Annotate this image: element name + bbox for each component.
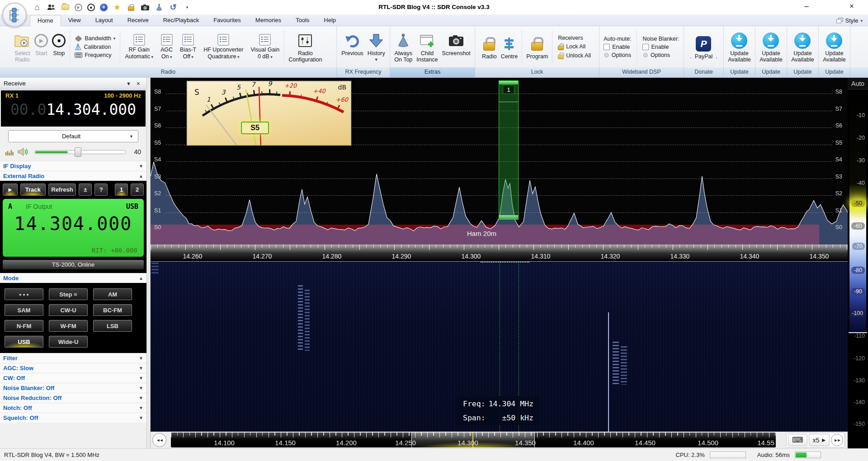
scroll-right-button[interactable]: ►► — [831, 434, 843, 446]
mode-button-[interactable]: • • • — [5, 288, 43, 300]
stop-button[interactable]: ■ Stop — [51, 30, 67, 64]
volume-slider-handle[interactable] — [75, 147, 81, 157]
child-instance-button[interactable]: ChildInstance — [415, 30, 439, 64]
mode-button-am[interactable]: AM — [93, 288, 132, 300]
section-agc[interactable]: AGC: Slow▼ — [0, 363, 146, 373]
frequency-button[interactable]: Frequency — [75, 52, 115, 58]
history-button[interactable]: History▼ — [366, 30, 387, 64]
noise-blanker-options-button[interactable]: ⚙Options — [642, 52, 670, 58]
speaker-icon[interactable] — [18, 147, 29, 156]
section-if-display[interactable]: IF Display▼ — [0, 161, 146, 171]
ribbon-rf-gain-dropdown[interactable]: RF GainAutomatic ▾ — [123, 33, 155, 61]
mode-button-bcfm[interactable]: BC-FM — [93, 304, 132, 316]
ext-radio-button-2[interactable]: Refresh — [48, 183, 76, 196]
section-cw[interactable]: CW: Off▼ — [0, 373, 146, 383]
ribbon-bias-t-dropdown[interactable]: Bias-TOff ▾ — [178, 33, 198, 61]
tab-help[interactable]: Help — [316, 15, 343, 26]
screenshot-button[interactable]: Screenshot — [441, 30, 472, 64]
section-filter[interactable]: Filter▼ — [0, 353, 146, 363]
lock-icon[interactable] — [127, 3, 136, 12]
levels-icon[interactable] — [5, 148, 14, 155]
ribbon-agc-dropdown[interactable]: AGCOn ▾ — [159, 33, 175, 61]
bandwidth-button[interactable]: Bandwidth▾ — [75, 35, 115, 42]
mode-button-sam[interactable]: SAM — [5, 304, 43, 316]
tab-layout[interactable]: Layout — [88, 15, 120, 26]
favourite-star-icon[interactable]: ★ — [113, 3, 122, 12]
auto-range-button[interactable]: Auto — [848, 78, 868, 89]
auto-mute-enable-checkbox[interactable]: Enable — [604, 44, 630, 50]
open-folder-icon[interactable] — [61, 3, 70, 12]
noise-blanker-enable-checkbox[interactable]: Enable — [642, 44, 669, 50]
stop-icon[interactable]: ■ — [87, 4, 95, 11]
auto-mute-options-button[interactable]: ⚙Options — [604, 52, 631, 58]
section-external-radio[interactable]: External Radio▲ — [0, 171, 146, 181]
minimize-button[interactable]: – — [797, 0, 816, 14]
scroll-left-button[interactable]: ◄◄ — [152, 433, 166, 447]
spectrum-display[interactable]: Ham 20m S8S8S7S7S6S6S5S5S4S4S3S3S2S2S1S1… — [151, 78, 848, 261]
calibration-button[interactable]: Calibration — [75, 43, 115, 50]
ext-radio-button-5[interactable]: 1 — [115, 183, 128, 196]
ext-radio-button-6[interactable]: 2 — [131, 183, 144, 196]
mode-button-lsb[interactable]: LSB — [93, 320, 132, 332]
ext-radio-button-0[interactable]: ► — [3, 183, 18, 196]
application-menu-button[interactable] — [2, 3, 27, 27]
section-notch[interactable]: Notch: Off▼ — [0, 403, 146, 413]
section-squelch[interactable]: Squelch: Off▼ — [0, 413, 146, 423]
paypal-button[interactable]: P . PayPal . — [689, 33, 718, 61]
close-button[interactable]: × — [842, 0, 862, 14]
mode-button-usb[interactable]: USB — [5, 336, 43, 348]
tab-favourites[interactable]: Favourites — [206, 15, 248, 26]
add-icon[interactable]: + — [100, 4, 108, 11]
tab-memories[interactable]: Memories — [248, 15, 288, 26]
lock-program-button[interactable]: Program — [525, 33, 549, 61]
tab-view[interactable]: View — [61, 15, 88, 26]
update-available-button[interactable]: UpdateAvailable — [758, 30, 784, 64]
panel-collapse-icon[interactable]: ▼ — [123, 81, 134, 86]
tab-rec-playback[interactable]: Rec/Playback — [156, 15, 206, 26]
waterfall-display[interactable]: Freq:14.304 MHz Span:±50 kHz — [151, 261, 848, 432]
spectrum-frequency-axis[interactable]: 14.26014.27014.28014.29014.30014.31014.3… — [151, 245, 848, 261]
volume-slider[interactable] — [34, 150, 126, 154]
tab-tools[interactable]: Tools — [288, 15, 316, 26]
always-on-top-button[interactable]: AlwaysOn Top — [393, 30, 414, 64]
users-icon[interactable] — [47, 3, 56, 12]
mode-button-step[interactable]: Step ≡ — [49, 288, 88, 300]
keyboard-entry-button[interactable]: ⌨ — [788, 434, 807, 446]
lock-radio-button[interactable]: Radio — [481, 33, 498, 61]
ext-radio-button-3[interactable]: ± — [79, 183, 92, 196]
unlock-all-button[interactable]: Unlock All — [558, 52, 591, 59]
section-noise-reduction[interactable]: Noise Reduction: Off▼ — [0, 393, 146, 403]
zoom-button[interactable]: x5▶ — [809, 434, 830, 446]
mode-button-wfm[interactable]: W-FM — [49, 320, 88, 332]
start-button[interactable]: ▶ Start — [33, 30, 49, 64]
frequency-display[interactable]: RX 1 100 - 2900 Hz 00.014.304.000 — [1, 90, 146, 127]
update-available-button[interactable]: UpdateAvailable — [790, 30, 816, 64]
previous-frequency-button[interactable]: Previous — [340, 30, 365, 64]
panel-close-icon[interactable]: × — [134, 80, 143, 87]
mode-button-cwu[interactable]: CW-U — [49, 304, 88, 316]
toolbar-more-icon[interactable]: ▾ — [183, 3, 192, 12]
palette-gradient-bar[interactable] — [849, 93, 866, 332]
band-overview-bar[interactable]: 14.10014.15014.20014.25014.30014.35014.4… — [171, 433, 776, 447]
camera-icon[interactable] — [141, 3, 150, 12]
undo-icon[interactable]: ↺ — [169, 3, 178, 12]
mode-button-wideu[interactable]: Wide-U — [49, 336, 88, 348]
home-icon[interactable]: ⌂ — [33, 3, 42, 12]
ext-radio-button-4[interactable]: ? — [94, 183, 108, 196]
section-noise-blanker[interactable]: Noise Blanker: Off▼ — [0, 383, 146, 393]
mode-button-nfm[interactable]: N-FM — [5, 320, 43, 332]
ext-radio-button-1[interactable]: Track — [20, 183, 46, 196]
update-available-button[interactable]: UpdateAvailable — [821, 30, 847, 64]
ribbon-visual-gain-dropdown[interactable]: Visual Gain0 dB ▾ — [249, 33, 281, 61]
select-radio-button[interactable]: SelectRadio — [13, 30, 32, 64]
section-mode[interactable]: Mode▲ — [0, 273, 146, 283]
play-icon[interactable]: ▶ — [75, 4, 82, 11]
update-available-button[interactable]: UpdateAvailable — [726, 30, 752, 64]
lock-centre-button[interactable]: Centre — [500, 33, 519, 61]
panel-splitter[interactable] — [147, 78, 151, 448]
profile-select[interactable]: Default ▼ — [8, 130, 138, 142]
rx-marker[interactable]: 1 — [499, 80, 519, 220]
ribbon-hf-upconverter-dropdown[interactable]: HF UpconverterQuadrature ▾ — [202, 33, 245, 61]
radio-configuration-button[interactable]: RadioConfiguration — [287, 30, 323, 64]
tab-receive[interactable]: Receive — [120, 15, 156, 26]
